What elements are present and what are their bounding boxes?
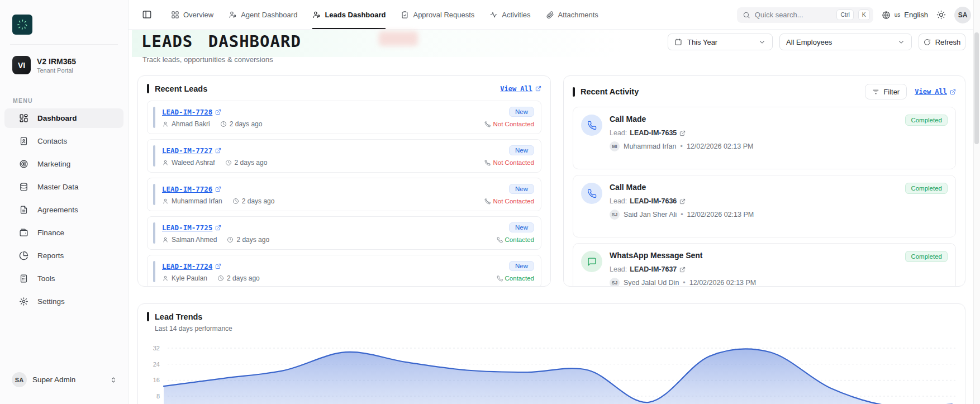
gear-icon [19, 297, 28, 306]
sidebar-item-settings[interactable]: Settings [4, 292, 123, 311]
contact-status: Not Contacted [484, 159, 534, 166]
external-link-icon [215, 186, 221, 192]
topbar-right: Ctrl K us English SA [737, 0, 971, 30]
period-filter-select[interactable]: This Year [668, 34, 773, 50]
contact-card-icon [19, 136, 28, 146]
sidebar-item-finance[interactable]: Finance [4, 223, 123, 243]
sidebar-divider [10, 44, 118, 45]
target-icon [19, 159, 28, 169]
phone-icon [497, 275, 503, 282]
sidebar-item-master-data[interactable]: Master Data [4, 177, 123, 197]
activity-filter-button[interactable]: Filter [865, 84, 907, 99]
lead-owner: Waleed Ashraf [172, 159, 215, 167]
lead-card: LEAD-IM-7725 New Salman Ahmed 2 days ago… [147, 216, 541, 250]
activity-lead-link[interactable]: LEAD-IM-7637 [630, 265, 677, 273]
lead-link[interactable]: LEAD-IM-7725 [162, 224, 221, 232]
svg-text:32: 32 [153, 345, 160, 351]
tab-leads-dashboard[interactable]: Leads Dashboard [312, 0, 386, 29]
sidebar-item-agreements[interactable]: Agreements [4, 200, 123, 220]
tab-approval-requests[interactable]: Approval Requests [401, 0, 474, 29]
activity-pulse-icon [489, 11, 498, 19]
lead-accent-bar [153, 145, 155, 167]
employee-filter-select[interactable]: All Employees [779, 34, 912, 50]
activity-card: Call Made Completed Lead: LEAD-IM-7636 S… [573, 175, 956, 237]
brand[interactable]: VI V2 IRM365 Tenant Portal [12, 56, 76, 74]
lead-prefix: Lead: [610, 265, 627, 273]
lead-link[interactable]: LEAD-IM-7724 [162, 262, 221, 270]
activity-title: Call Made [610, 115, 646, 123]
contact-status-label: Not Contacted [493, 198, 534, 205]
menu-section-label: MENU [13, 97, 33, 104]
activity-lead-link[interactable]: LEAD-IM-7636 [630, 197, 677, 205]
lead-link[interactable]: LEAD-IM-7728 [162, 108, 221, 116]
lead-id: LEAD-IM-7726 [162, 185, 212, 193]
tab-agent-dashboard[interactable]: Agent Dashboard [229, 0, 297, 29]
lead-owner: Salman Ahmed [172, 236, 217, 244]
avatar: MI [610, 141, 620, 151]
status-badge: New [509, 261, 534, 271]
document-icon [19, 205, 28, 215]
contact-status: Not Contacted [484, 121, 534, 127]
sidebar-item-label: Dashboard [37, 114, 77, 122]
lead-card: LEAD-IM-7724 New Kyle Paulan 2 days ago … [147, 255, 541, 287]
brand-subtitle: Tenant Portal [37, 67, 76, 74]
lead-card: LEAD-IM-7726 New Muhammad Irfan 2 days a… [147, 178, 541, 211]
external-link-icon [535, 85, 541, 92]
activity-lead-link[interactable]: LEAD-IM-7635 [630, 129, 677, 137]
status-badge: New [509, 145, 534, 155]
theme-toggle-button[interactable] [936, 10, 946, 20]
user-avatar-button[interactable]: SA [954, 7, 971, 23]
tab-attachments[interactable]: Attachments [546, 0, 598, 29]
lead-link[interactable]: LEAD-IM-7726 [162, 185, 221, 193]
sidebar-toggle-button[interactable] [142, 9, 152, 20]
contact-status-label: Not Contacted [493, 159, 534, 166]
lead-accent-bar [153, 107, 155, 128]
sidebar-item-contacts[interactable]: Contacts [4, 131, 123, 151]
language-label: English [904, 11, 928, 19]
language-code: us [895, 12, 901, 18]
external-link-icon[interactable] [679, 198, 686, 205]
contact-status-label: Contacted [505, 236, 534, 243]
phone-off-icon [484, 160, 491, 166]
scrollbar-thumb[interactable] [974, 32, 979, 144]
search-box[interactable]: Ctrl K [737, 7, 873, 23]
lead-prefix: Lead: [610, 129, 627, 137]
sidebar-item-tools[interactable]: Tools [4, 269, 123, 288]
refresh-icon [924, 39, 931, 46]
leads-view-all-link[interactable]: View All [500, 85, 541, 93]
sidebar-user-menu[interactable]: SA Super Admin [0, 368, 129, 392]
brand-badge: VI [12, 56, 31, 74]
sidebar-item-reports[interactable]: Reports [4, 246, 123, 265]
svg-text:24: 24 [153, 361, 160, 368]
refresh-button[interactable]: Refresh [919, 34, 965, 50]
language-selector[interactable]: us English [882, 11, 928, 20]
tab-activities[interactable]: Activities [489, 0, 530, 29]
tab-label: Attachments [558, 11, 598, 19]
sidebar-item-dashboard[interactable]: Dashboard [4, 108, 123, 128]
lead-link[interactable]: LEAD-IM-7727 [162, 146, 221, 155]
recent-leads-header: Recent Leads View All [147, 84, 541, 93]
lead-id: LEAD-IM-7728 [162, 108, 212, 116]
pie-chart-icon [19, 251, 28, 260]
sidebar-item-label: Finance [37, 229, 64, 237]
sidebar-item-marketing[interactable]: Marketing [4, 154, 123, 174]
clock-icon [232, 198, 239, 205]
external-link-icon[interactable] [679, 267, 686, 273]
contact-status: Contacted [497, 275, 534, 282]
app-logo[interactable] [12, 15, 32, 35]
page-scrollbar[interactable] [973, 0, 980, 404]
panel-title: Lead Trends [155, 312, 202, 321]
call-icon [581, 183, 602, 204]
external-link-icon[interactable] [679, 130, 686, 136]
lead-age: 2 days ago [235, 159, 268, 167]
person-icon [162, 159, 169, 166]
chart-subtitle: Last 14 days performance [155, 325, 956, 332]
activity-card: WhatsApp Message Sent Completed Lead: LE… [573, 243, 956, 287]
lead-id: LEAD-IM-7725 [162, 224, 212, 232]
activity-datetime: 12/02/2026 02:13 PM [689, 279, 757, 287]
search-input[interactable] [755, 11, 832, 19]
avatar: SJ [610, 278, 620, 287]
chevrons-up-down-icon [110, 376, 117, 384]
activity-view-all-link[interactable]: View All [915, 88, 956, 96]
tab-overview[interactable]: Overview [171, 0, 213, 29]
